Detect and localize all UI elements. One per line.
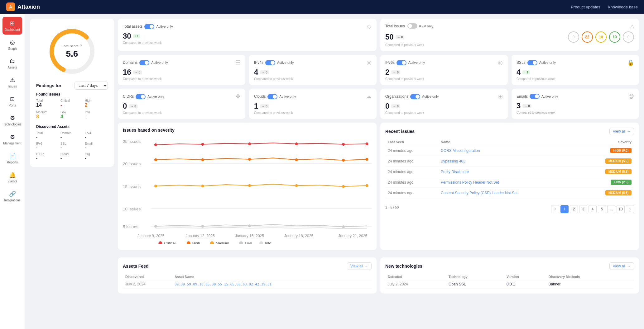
recent-issues-section: Recent issues View all → Last Seen Name … [380, 123, 639, 250]
gauge-container: Total score ? 5.6 [36, 25, 108, 78]
prev-page[interactable]: ‹ [551, 205, 559, 213]
ipv6s-toggle-label: Active only [408, 61, 425, 64]
chart-issues-row: Issues based on severity 25 issues 20 is… [118, 123, 639, 254]
sidebar-item-ports[interactable]: ⊡ Ports [2, 92, 22, 110]
severity-4: LOW (2.5) [580, 177, 634, 188]
sidebar-item-issues[interactable]: ⚠ Issues [2, 73, 22, 91]
domains-value: 16 → 0 [123, 68, 240, 77]
disc-assets-label: Discovered Assets [36, 125, 108, 129]
sidebar-label-technologies: Technologies [3, 123, 21, 126]
svg-point-28 [342, 185, 345, 188]
findings-section: Findings for Last 7 days Last 30 days Fo… [36, 82, 108, 161]
tech-methods: Banner [546, 280, 634, 289]
emails-toggle[interactable] [530, 94, 540, 99]
emails-card: Emails Active only @ 3 → 0 Compared to p… [512, 89, 639, 119]
list-item: July 2, 2024 89.39.59.89.10.65.38.55.15.… [123, 280, 372, 289]
orgs-toggle-label: Active only [422, 95, 439, 98]
recent-issues-view-all[interactable]: View all → [609, 128, 634, 135]
email-icon: @ [628, 93, 634, 100]
svg-point-15 [295, 143, 298, 145]
help-icon: ? [80, 44, 82, 48]
disc-email: Email- [85, 142, 108, 150]
page-4[interactable]: 4 [589, 205, 597, 213]
issues-table-header: Last Seen Name Severity [385, 139, 634, 145]
table-row: 24 minutes ago CORS Misconfiguration HIG… [385, 145, 634, 156]
svg-point-45 [239, 241, 243, 244]
sidebar-label-reports: Reports [7, 161, 18, 164]
sidebar-item-events[interactable]: 🔔 Events [2, 168, 22, 186]
svg-point-20 [248, 158, 251, 161]
next-page[interactable]: › [626, 205, 634, 213]
page-2[interactable]: 2 [570, 205, 578, 213]
cidrs-label: CIDRs [123, 94, 134, 99]
disc-ipv4: IPv4- [85, 131, 108, 139]
table-row: 24 minutes ago Content Security Policy (… [385, 188, 634, 198]
kev-toggle: KEV only [407, 23, 433, 29]
findings-period-select[interactable]: Last 7 days Last 30 days [74, 82, 108, 90]
page-3[interactable]: 3 [579, 205, 587, 213]
svg-text:Low: Low [245, 241, 252, 244]
new-tech-title: New technologies [385, 264, 422, 269]
badge-18: 18 [595, 31, 607, 43]
svg-point-21 [295, 158, 298, 161]
domains-toggle[interactable] [139, 60, 149, 65]
cidr-icon: ✤ [236, 93, 240, 100]
total-issues-value: 50 → 0 [385, 33, 404, 41]
svg-point-30 [154, 225, 157, 228]
cidrs-toggle[interactable] [136, 94, 146, 99]
svg-point-29 [365, 184, 368, 187]
total-assets-card: Total assets Active only ◇ 30 ↑ 1 Compar… [118, 19, 377, 51]
total-assets-toggle-label: Active only [156, 25, 173, 28]
ipv6s-toggle[interactable] [396, 60, 406, 65]
badge-22: 22 [582, 31, 593, 43]
organizations-card: Organizations Active only ⊞ 0 → 0 Compar… [380, 89, 508, 119]
disc-org: Org- [85, 153, 108, 161]
sidebar-item-management[interactable]: ⚙ Management [2, 130, 22, 148]
sidebar-item-assets[interactable]: 🗂 Assets [2, 55, 22, 72]
assets-feed-view-all[interactable]: View all → [347, 262, 372, 270]
orgs-toggle[interactable] [410, 94, 420, 99]
svg-point-25 [201, 185, 204, 187]
fi-info: Info - [85, 110, 108, 120]
cidrs-card: CIDRs Active only ✤ 0 → 0 Compared to pr… [118, 89, 245, 119]
svg-point-47 [259, 241, 263, 244]
sidebar-item-dashboard[interactable]: ⊞ Dashboard [2, 17, 22, 35]
new-tech-view-all[interactable]: View all → [609, 262, 634, 270]
svg-point-13 [201, 143, 204, 146]
page-10[interactable]: 10 [617, 205, 625, 213]
emails-value: 3 → 0 [517, 101, 634, 110]
badge-0b: 0 [623, 31, 634, 43]
kev-toggle-switch[interactable] [407, 23, 417, 29]
page-5[interactable]: 5 [598, 205, 606, 213]
sidebar-item-technologies[interactable]: ⚙ Technologies [2, 111, 22, 129]
page-1[interactable]: 1 [560, 205, 569, 213]
fi-total: Total 14 [36, 99, 59, 108]
severity-2: MEDIUM (5.0) [580, 156, 634, 167]
svg-text:Info: Info [265, 241, 271, 244]
issue-name-5: Content Security Policy (CSP) Header Not… [438, 188, 580, 198]
tech-icon: ⚙ [10, 115, 15, 121]
recent-issues-header: Recent issues View all → [385, 128, 634, 135]
ipv4s-toggle[interactable] [265, 60, 275, 65]
fi-low: Low 4 [60, 110, 84, 120]
ssls-toggle[interactable] [527, 60, 537, 65]
col-version: Version [504, 274, 546, 280]
svg-point-23 [365, 158, 368, 161]
clouds-toggle[interactable] [267, 94, 277, 99]
assets-feed-title: Assets Feed [123, 264, 148, 269]
total-assets-toggle[interactable] [144, 24, 154, 29]
sidebar-item-integrations[interactable]: 🔗 Integrations [2, 187, 22, 205]
svg-point-39 [158, 241, 162, 244]
sidebar-item-reports[interactable]: 📄 Reports [2, 149, 22, 167]
sidebar: ⊞ Dashboard ◎ Graph 🗂 Assets ⚠ Issues ⊡ … [0, 14, 25, 329]
product-updates-link[interactable]: Product updates [571, 5, 600, 9]
domains-label: Domains [123, 60, 137, 65]
knowledge-base-link[interactable]: Knowledge base [608, 5, 638, 9]
list-item: July 2, 2024 Open SSL 0.0.1 Banner [385, 280, 634, 289]
svg-point-24 [154, 185, 157, 187]
emails-label: Emails [517, 94, 528, 99]
svg-point-27 [295, 184, 298, 187]
sidebar-item-graph[interactable]: ◎ Graph [2, 36, 22, 54]
new-technologies-section: New technologies View all → Detected Tec… [380, 257, 639, 294]
sidebar-label-assets: Assets [7, 66, 17, 69]
